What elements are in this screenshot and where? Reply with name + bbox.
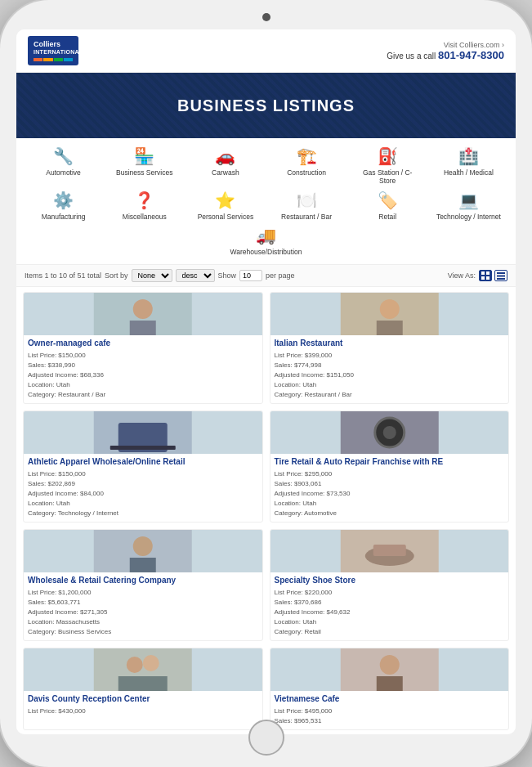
listing-image: [24, 530, 262, 572]
category-label: Manufacturing: [42, 213, 86, 221]
listing-category: Category: Automotive: [275, 509, 505, 518]
controls-bar: Items 1 to 10 of 51 total Sort by None d…: [16, 264, 516, 287]
listing-price: List Price: $150,000: [28, 351, 258, 361]
listing-price: List Price: $399,000: [275, 351, 505, 361]
listing-image: [270, 411, 509, 454]
category-icon: 🏷️: [378, 191, 398, 210]
category-item[interactable]: 🍽️ Restaurant / Bar: [274, 191, 339, 221]
listing-card[interactable]: Wholesale & Retail Catering CompanyList …: [23, 529, 263, 641]
listing-location: Location: Utah: [275, 499, 505, 509]
listing-sales: Sales: $965,531: [275, 716, 505, 726]
listing-title: Tire Retail & Auto Repair Franchise with…: [275, 457, 505, 467]
svg-rect-1: [486, 271, 490, 275]
category-item[interactable]: ⭐ Personal Services: [193, 191, 258, 221]
header: Colliers INTERNATIONAL Visit Colliers.co…: [16, 29, 516, 73]
svg-rect-21: [130, 558, 156, 572]
listing-info: Specialty Shoe StoreList Price: $220,000…: [270, 572, 509, 640]
category-item[interactable]: ❓ Miscellaneous: [112, 191, 177, 221]
category-label: Miscellaneous: [123, 213, 167, 221]
listing-category: Category: Technology / Internet: [28, 509, 258, 518]
category-item[interactable]: 💻 Technology / Internet: [436, 191, 501, 221]
svg-rect-4: [497, 272, 505, 274]
camera-icon: [262, 13, 270, 21]
listing-price: List Price: $220,000: [275, 588, 505, 598]
category-icon: 🍽️: [297, 191, 317, 210]
sort-select[interactable]: None: [132, 269, 172, 282]
listing-location: Location: Utah: [275, 380, 505, 390]
call-label: Give us a call: [387, 52, 436, 61]
logo[interactable]: Colliers INTERNATIONAL: [28, 36, 78, 65]
category-icon: 🚚: [256, 226, 276, 245]
category-icon: ⛽: [378, 146, 398, 166]
svg-point-20: [133, 536, 153, 556]
svg-rect-31: [376, 676, 402, 691]
listing-sales: Sales: $5,603,771: [28, 598, 258, 608]
svg-point-8: [133, 299, 153, 319]
per-page-label: per page: [266, 271, 295, 280]
listing-card[interactable]: Davis County Reception CenterList Price:…: [23, 648, 263, 730]
listing-grid: Owner-managed cafeList Price: $150,000Sa…: [23, 292, 509, 730]
listing-info: Tire Retail & Auto Repair Franchise with…: [270, 454, 509, 522]
category-item[interactable]: 🚚 Warehouse/Distribution: [234, 226, 299, 256]
logo-line1: Colliers: [34, 40, 73, 49]
listing-card[interactable]: Tire Retail & Auto Repair Franchise with…: [270, 410, 510, 523]
listing-category: Category: Restaurant / Bar: [275, 390, 505, 400]
listing-income: Adjusted Income: $68,336: [28, 370, 258, 380]
phone-number[interactable]: 801-947-8300: [438, 49, 504, 61]
category-icon: ⚙️: [53, 191, 74, 210]
screen: Colliers INTERNATIONAL Visit Colliers.co…: [16, 29, 516, 734]
svg-rect-5: [497, 275, 505, 276]
svg-rect-3: [486, 276, 490, 280]
ipad-device: Colliers INTERNATIONAL Visit Colliers.co…: [0, 0, 532, 767]
listing-price: List Price: $295,000: [275, 469, 505, 479]
category-item[interactable]: 🏷️ Retail: [355, 191, 420, 221]
listing-category: Category: Retail: [275, 627, 505, 637]
visit-link[interactable]: Visit Colliers.com ›: [387, 41, 504, 49]
category-icon: 🏗️: [297, 146, 317, 166]
category-item[interactable]: 🏥 Health / Medical: [436, 146, 501, 185]
category-label: Technology / Internet: [436, 213, 501, 221]
listing-info: Vietnamese CafeList Price: $495,000Sales…: [270, 691, 509, 729]
svg-rect-2: [481, 276, 485, 280]
listing-card[interactable]: Vietnamese CafeList Price: $495,000Sales…: [270, 648, 510, 730]
category-item[interactable]: 🏗️ Construction: [274, 146, 339, 185]
category-icon: 🔧: [53, 146, 74, 166]
per-page-input[interactable]: [239, 270, 262, 281]
listing-title: Athletic Apparel Wholesale/Online Retail: [28, 457, 258, 467]
svg-point-27: [143, 655, 159, 671]
listing-card[interactable]: Italian RestaurantList Price: $399,000Sa…: [270, 292, 510, 404]
home-button[interactable]: [248, 720, 284, 756]
listing-card[interactable]: Owner-managed cafeList Price: $150,000Sa…: [23, 292, 263, 404]
category-item[interactable]: 🚗 Carwash: [193, 146, 258, 185]
listing-income: Adjusted Income: $73,530: [275, 489, 505, 499]
category-icon: 🏪: [134, 146, 154, 166]
listing-sales: Sales: $338,990: [28, 361, 258, 370]
listing-location: Location: Massachusetts: [28, 617, 258, 627]
categories-section: 🔧 Automotive 🏪 Business Services 🚗 Carwa…: [16, 138, 516, 264]
list-view-button[interactable]: [494, 270, 507, 281]
listing-price: List Price: $150,000: [28, 469, 258, 479]
listing-title: Wholesale & Retail Catering Company: [28, 576, 258, 585]
listing-price: List Price: $495,000: [275, 706, 505, 716]
category-label: Health / Medical: [444, 168, 494, 177]
category-label: Retail: [378, 213, 396, 221]
listing-card[interactable]: Athletic Apparel Wholesale/Online Retail…: [23, 410, 263, 523]
category-label: Automotive: [46, 168, 81, 177]
category-label: Warehouse/Distribution: [230, 248, 302, 256]
sort-dir-select[interactable]: desc: [176, 269, 215, 282]
grid-view-button[interactable]: [479, 270, 492, 281]
category-item[interactable]: ⚙️ Manufacturing: [31, 191, 96, 221]
listing-price: List Price: $1,200,000: [28, 588, 258, 598]
listing-image: [24, 648, 262, 691]
listing-income: Adjusted Income: $151,050: [275, 370, 505, 380]
svg-rect-28: [118, 676, 168, 691]
category-row-2: ⚙️ Manufacturing ❓ Miscellaneous ⭐ Perso…: [23, 191, 509, 221]
sort-label: Sort by: [105, 271, 128, 280]
category-item[interactable]: 🔧 Automotive: [31, 146, 96, 185]
category-item[interactable]: 🏪 Business Services: [112, 146, 177, 185]
category-item[interactable]: ⛽ Gas Station / C-Store: [355, 146, 420, 185]
category-row-3: 🚚 Warehouse/Distribution: [23, 226, 509, 256]
svg-rect-12: [376, 321, 402, 335]
listing-card[interactable]: Specialty Shoe StoreList Price: $220,000…: [270, 529, 510, 641]
header-contact: Visit Colliers.com › Give us a call 801-…: [387, 41, 504, 61]
